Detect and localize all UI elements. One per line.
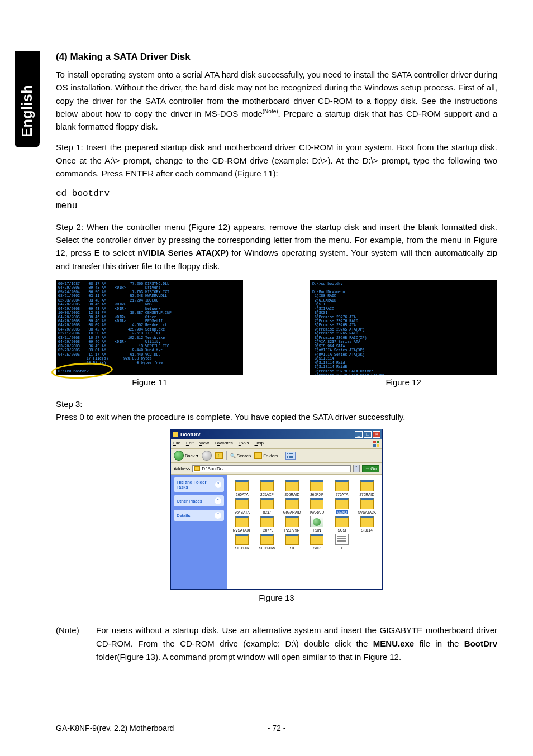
file-item-iaaraid[interactable]: IAARAID: [305, 498, 329, 514]
minimize-button[interactable]: _: [355, 431, 363, 438]
file-item-nvsata2k[interactable]: NVSATA2K: [355, 498, 379, 514]
file-item-scsi[interactable]: SCSI: [330, 516, 354, 532]
menu-help[interactable]: Help: [255, 441, 264, 447]
figure-labels-row: Figure 11 Figure 12: [56, 377, 497, 387]
folder-icon: [235, 498, 249, 509]
file-item-964sata[interactable]: 964SATA: [230, 498, 254, 514]
file-item-276raid[interactable]: 276RAID: [355, 480, 379, 496]
search-button[interactable]: 🔍Search: [230, 453, 251, 458]
explorer-figure-wrap: BootDrv _ □ × FFileile Edit View Favorit…: [56, 429, 497, 602]
sidebar-panel-places[interactable]: Other Placesˇ: [174, 495, 224, 506]
menu-edit[interactable]: Edit: [186, 441, 194, 447]
file-item-8237[interactable]: 8237: [255, 498, 279, 514]
paragraph-step2: Step 2: When the controller menu (Figure…: [56, 221, 497, 272]
file-item-nvsataxp[interactable]: NVSATAXP: [230, 516, 254, 532]
file-item-276ata[interactable]: 276ATA: [330, 480, 354, 496]
bold-driver-name: nVIDIA Series ATA(XP): [137, 248, 229, 257]
file-label: SI3114R5: [259, 546, 275, 550]
file-label: SIIR: [313, 546, 321, 550]
file-item-r[interactable]: r: [330, 534, 354, 550]
folder-icon: [235, 480, 249, 491]
maximize-button[interactable]: □: [364, 431, 372, 438]
bold-menu-exe: MENU.exe: [373, 639, 414, 648]
address-input[interactable]: D:\BootDrv: [192, 465, 351, 472]
file-label: 265RAID: [284, 492, 299, 496]
file-item-menu[interactable]: MENU: [330, 498, 354, 514]
menu-view[interactable]: View: [199, 441, 209, 447]
file-item-run[interactable]: RUN: [305, 516, 329, 532]
page-footer: GA-K8NF-9(rev. 2.2) Motherboard - 72 -: [56, 721, 497, 733]
file-label: NVSATAXP: [232, 528, 251, 532]
file-item-265ata[interactable]: 265ATA: [230, 480, 254, 496]
forward-button[interactable]: [202, 451, 212, 461]
address-label: Address: [174, 466, 190, 471]
svg-rect-2: [373, 444, 376, 447]
toolbar: Back ▾ ↑ 🔍Search Folders: [171, 449, 382, 463]
folder-icon: [310, 498, 323, 509]
close-button[interactable]: ×: [373, 431, 380, 438]
folder-icon: [310, 534, 323, 545]
view-mode-button[interactable]: [285, 452, 296, 460]
explorer-titlebar: BootDrv _ □ ×: [171, 429, 382, 439]
folder-icon: [335, 516, 349, 527]
folder-icon: [360, 498, 374, 509]
dos-screenshot-left: 00/17/1987 08:17 AM 77,260 DIRSYNC.DLL 0…: [56, 280, 243, 375]
menu-file[interactable]: FFileile: [173, 441, 180, 447]
file-label: 276ATA: [336, 492, 349, 496]
dos-screenshot-right: D:\>cd bootdrv D:\BootDrv>menu 1)I80 RAI…: [310, 280, 497, 375]
file-item-siir[interactable]: SIIR: [305, 534, 329, 550]
file-label: NVSATA2K: [358, 510, 376, 514]
go-button[interactable]: → Go: [362, 465, 379, 472]
search-icon: 🔍: [230, 453, 236, 458]
figure-11-label: Figure 11: [56, 377, 244, 387]
note-section: (Note) For users without a startup disk.…: [56, 624, 497, 664]
sidebar-panel-tasks[interactable]: File and Folder Tasksˇ: [174, 477, 224, 492]
file-item-si3114[interactable]: SI3114: [355, 516, 379, 532]
bold-bootdrv: BootDrv: [464, 639, 497, 648]
folder-icon: [173, 432, 178, 437]
file-item-si3114r5[interactable]: SI3114R5: [255, 534, 279, 550]
file-label: IAARAID: [310, 510, 324, 514]
file-item-p20779[interactable]: P20779: [255, 516, 279, 532]
folder-icon: [285, 534, 299, 545]
figure-12-label: Figure 12: [310, 377, 497, 387]
file-label: SI3114R: [235, 546, 249, 550]
file-label: 964SATA: [235, 510, 250, 514]
page-content: (4) Making a SATA Driver Disk To install…: [56, 51, 497, 664]
menu-favorites[interactable]: Favorites: [215, 441, 233, 447]
folders-button[interactable]: Folders: [254, 452, 278, 459]
sidebar-panel-details[interactable]: Detailsˇ: [174, 510, 224, 521]
chevron-icon: ˇ: [215, 497, 221, 504]
paragraph-intro: To install operating system onto a seria…: [56, 68, 497, 133]
file-item-p20779r[interactable]: P20779R: [280, 516, 304, 532]
folder-icon: [235, 516, 249, 527]
command-line-2: menu: [56, 200, 497, 212]
address-value: D:\BootDrv: [202, 466, 223, 471]
file-label: SCSI: [337, 528, 346, 532]
file-label: RUN: [313, 528, 321, 532]
file-item-sii[interactable]: SII: [280, 534, 304, 550]
explorer-sidebar: File and Folder Tasksˇ Other Placesˇ Det…: [171, 475, 227, 589]
folder-icon: [260, 480, 274, 491]
svg-rect-1: [377, 441, 379, 443]
folder-icon: [335, 498, 349, 509]
folder-icon: [260, 534, 274, 545]
folder-icon: [260, 498, 274, 509]
dos-screenshots-row: 00/17/1987 08:17 AM 77,260 DIRSYNC.DLL 0…: [56, 280, 497, 375]
menu-tools[interactable]: Tools: [239, 441, 249, 447]
file-label: 265AXP: [260, 492, 274, 496]
file-item-265rxp[interactable]: 265RXP: [305, 480, 329, 496]
address-dropdown[interactable]: ˅: [353, 465, 360, 472]
folder-small-icon: [194, 466, 200, 471]
footer-page-number: - 72 -: [243, 724, 310, 733]
menu-bar: FFileile Edit View Favorites Tools Help: [171, 439, 382, 449]
footer-left: GA-K8NF-9(rev. 2.2) Motherboard: [56, 724, 243, 733]
up-folder-icon[interactable]: ↑: [215, 452, 223, 459]
back-button[interactable]: Back ▾: [174, 451, 198, 461]
file-item-265raid[interactable]: 265RAID: [280, 480, 304, 496]
folder-icon: [335, 480, 349, 491]
svg-rect-0: [373, 441, 376, 443]
file-item-265axp[interactable]: 265AXP: [255, 480, 279, 496]
file-item-si3114r[interactable]: SI3114R: [230, 534, 254, 550]
file-item-gigaraid[interactable]: GIGARAID: [280, 498, 304, 514]
